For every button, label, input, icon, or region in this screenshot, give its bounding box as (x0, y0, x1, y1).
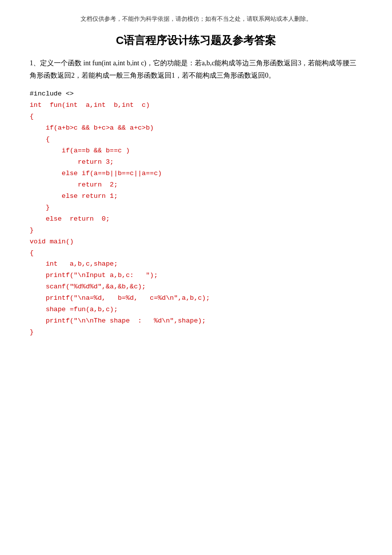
intro-paragraph: 1、定义一个函数 int fun(int a,int b,int c)，它的功能… (30, 57, 362, 82)
page-title: C语言程序设计练习题及参考答案 (30, 33, 362, 48)
code-line: printf("\na=%d, b=%d, c=%d\n",a,b,c); (30, 293, 362, 304)
code-line: return 3; (30, 157, 362, 168)
code-line: int a,b,c,shape; (30, 259, 362, 270)
code-line: if(a+b>c && b+c>a && a+c>b) (30, 123, 362, 134)
code-line: { (30, 248, 362, 259)
code-line: } (30, 202, 362, 214)
code-line: scanf("%d%d%d",&a,&b,&c); (30, 281, 362, 293)
code-line: if(a==b && b==c ) (30, 145, 362, 157)
code-block: #include <> int fun(int a,int b,int c){ … (30, 89, 362, 338)
include-line: #include <> (30, 89, 362, 100)
code-line: { (30, 134, 362, 145)
disclaimer-text: 文档仅供参考，不能作为科学依据，请勿模仿；如有不当之处，请联系网站或本人删除。 (30, 15, 362, 23)
code-line: else return 0; (30, 214, 362, 225)
code-line: else return 1; (30, 191, 362, 202)
code-lines: int fun(int a,int b,int c){ if(a+b>c && … (30, 100, 362, 338)
code-line: shape =fun(a,b,c); (30, 304, 362, 316)
code-line: } (30, 327, 362, 338)
code-line: printf("\n\nThe shape : %d\n",shape); (30, 316, 362, 327)
code-line: int fun(int a,int b,int c) (30, 100, 362, 111)
code-line: { (30, 111, 362, 123)
code-line: else if(a==b||b==c||a==c) (30, 168, 362, 180)
code-line: void main() (30, 236, 362, 248)
code-line: printf("\nInput a,b,c: "); (30, 270, 362, 281)
code-line: } (30, 225, 362, 236)
code-line: return 2; (30, 180, 362, 191)
